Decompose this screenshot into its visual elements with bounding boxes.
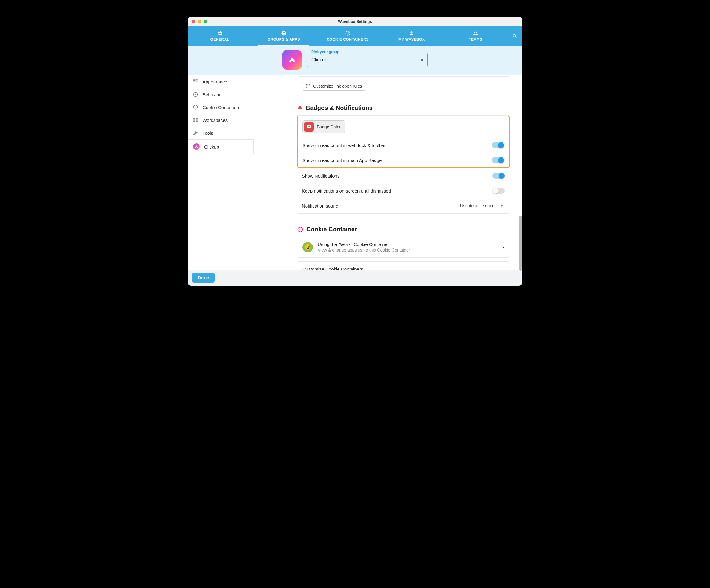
svg-point-6 [347,33,347,33]
tab-groups-apps[interactable]: GROUPS & APPS [252,26,315,46]
svg-point-28 [309,126,309,127]
gear-icon [217,30,223,36]
svg-point-2 [284,32,285,33]
expand-icon [306,84,311,89]
sidebar-item-label: Clickup [204,144,219,149]
tab-label: GROUPS & APPS [268,37,300,42]
tab-general[interactable]: GENERAL [188,26,252,46]
maximize-window-button[interactable] [204,20,208,23]
chevron-down-icon: ▾ [501,203,503,208]
svg-point-7 [348,32,349,33]
clickup-app-icon [282,50,302,70]
tab-label: COOKIE CONTAINERS [327,37,369,42]
bell-icon [297,105,303,111]
cookie-icon [345,30,350,36]
grid-icon [193,117,198,123]
svg-point-12 [476,32,477,33]
svg-point-33 [300,230,300,231]
unread-main-row: Show unread count in main App Badge [298,152,509,167]
row-text: Customize Cookie Containers Change the n… [303,266,445,269]
svg-point-5 [346,31,350,36]
svg-rect-23 [193,118,195,119]
sidebar-item-cookie-containers[interactable]: Cookie Containers [188,101,254,114]
section-title: Badges & Notifications [306,104,373,112]
sidebar-item-tools[interactable]: Tools [188,126,254,139]
svg-rect-24 [196,118,198,119]
sidebar-item-clickup[interactable]: Clickup [188,139,254,154]
sidebar: Appearance Behaviour Cookie Containers W… [188,75,254,269]
traffic-lights [192,20,208,23]
row-title: Customize Cookie Containers [303,266,445,269]
unread-main-toggle[interactable] [492,157,504,163]
show-notifications-toggle[interactable] [493,173,505,179]
svg-point-20 [195,107,195,107]
content-body: Appearance Behaviour Cookie Containers W… [188,75,522,269]
row-label: Show unread count in main App Badge [303,158,382,163]
svg-point-13 [513,34,516,37]
minimize-window-button[interactable] [198,20,201,23]
svg-point-30 [298,227,303,232]
teams-icon [473,30,478,36]
badge-color-swatch [304,122,314,132]
notification-sound-select[interactable]: Use default sound ▾ [459,203,505,209]
sidebar-item-label: Cookie Containers [203,105,240,110]
svg-rect-16 [196,79,198,80]
badges-section-heading: Badges & Notifications [297,104,510,112]
badge-color-button[interactable]: Badge Color [303,120,345,133]
group-picker-bar: Pick your group Clickup ▾ [188,46,522,75]
tab-cookie-containers[interactable]: COOKIE CONTAINERS [315,26,379,46]
link-rules-card: Customize link open rules [297,76,510,96]
svg-point-34 [301,230,301,230]
clickup-mini-icon [193,143,200,150]
svg-point-32 [301,228,301,229]
row-label: Show Notifications [302,173,339,179]
svg-point-31 [299,229,300,229]
message-icon [306,124,312,130]
badges-panel: Badge Color Show unread count in webdock… [297,115,510,214]
button-label: Customize link open rules [313,84,362,89]
sidebar-item-workspaces[interactable]: Workspaces [188,114,254,126]
wrench-icon [193,130,198,136]
row-label: Notification sound [302,203,338,208]
user-icon [409,30,414,36]
sidebar-item-label: Appearance [203,79,227,84]
svg-point-21 [196,107,196,107]
row-text: Using the "Work" Cookie Container View &… [318,242,410,253]
group-picker-legend: Pick your group [310,50,340,54]
tab-label: GENERAL [211,37,230,42]
monster-icon: 😵 [303,242,313,253]
search-button[interactable] [507,26,522,46]
svg-rect-15 [193,79,195,81]
sidebar-item-appearance[interactable]: Appearance [188,75,254,88]
svg-point-4 [284,33,285,34]
sidebar-item-label: Workspaces [203,118,228,123]
cookie-icon [193,104,198,110]
customize-containers-row[interactable]: Customize Cookie Containers Change the n… [297,261,510,269]
sidebar-item-label: Tools [203,131,213,136]
sidebar-item-behaviour[interactable]: Behaviour [188,88,254,101]
show-notifications-row: Show Notifications [297,168,510,183]
scrollbar-thumb[interactable] [519,216,521,271]
button-label: Badge Color [317,124,341,129]
row-subtitle: View & change apps using this Cookie Con… [318,248,410,253]
unread-webdock-row: Show unread count in webdock & toolbar [298,138,509,152]
done-button[interactable]: Done [192,273,215,283]
badge-color-row: Badge Color [298,116,509,138]
keep-notifications-toggle[interactable] [493,188,505,194]
chevron-right-icon: › [502,268,504,269]
tab-my-wavebox[interactable]: MY WAVEBOX [380,26,444,46]
settings-window: Wavebox Settings GENERAL GROUPS & APPS C… [188,17,522,286]
svg-line-14 [515,37,517,38]
footer: Done [188,269,522,286]
row-title: Using the "Work" Cookie Container [318,242,410,247]
customize-link-open-rules-button[interactable]: Customize link open rules [302,81,366,91]
close-window-button[interactable] [192,20,195,23]
dashboard-icon [193,79,198,84]
svg-point-0 [281,31,286,36]
group-picker[interactable]: Pick your group Clickup ▾ [307,52,428,67]
unread-webdock-toggle[interactable] [492,142,504,148]
window-title: Wavebox Settings [188,19,522,24]
group-picker-value: Clickup [311,57,327,63]
tab-teams[interactable]: TEAMS [444,26,507,46]
work-container-row[interactable]: 😵 Using the "Work" Cookie Container View… [297,237,510,258]
